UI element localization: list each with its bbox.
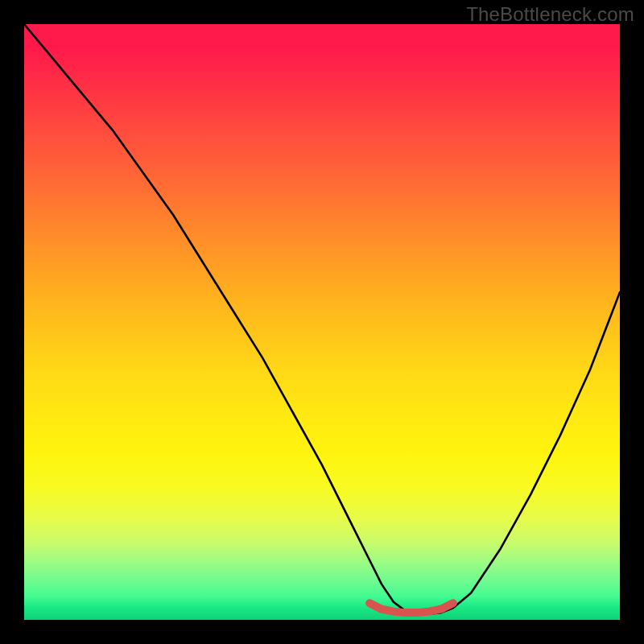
optimal-flat-segment: [369, 603, 453, 613]
chart-svg: [24, 24, 620, 620]
chart-frame: TheBottleneck.com: [0, 0, 644, 644]
watermark-text: TheBottleneck.com: [466, 3, 634, 26]
bottleneck-curve: [24, 24, 620, 614]
plot-area: [24, 24, 620, 620]
